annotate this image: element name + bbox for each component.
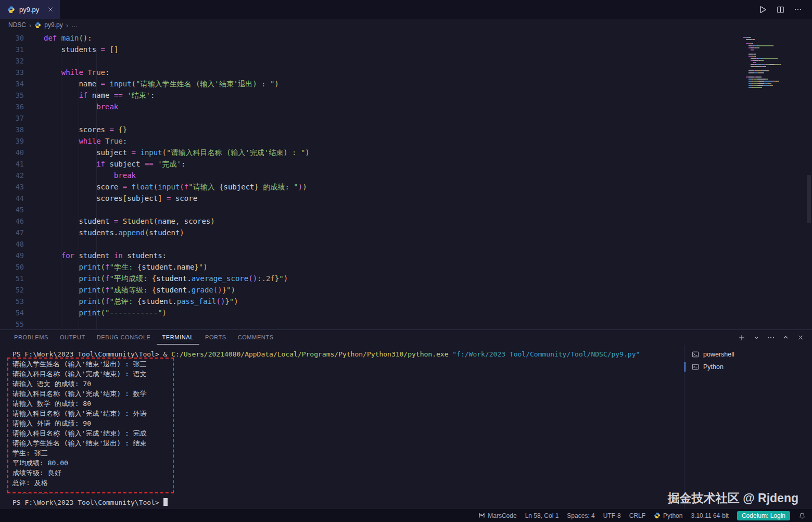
editor-scrollbar[interactable] <box>806 31 812 329</box>
code-line-37[interactable]: 37 <box>0 112 812 124</box>
cursor-position-status[interactable]: Ln 58, Col 1 <box>525 512 559 519</box>
indentation-status[interactable]: Spaces: 4 <box>567 512 594 519</box>
code-line-35[interactable]: 35 if name == '结束': <box>0 90 812 101</box>
line-number[interactable]: 43 <box>0 181 24 193</box>
status-bar: MarsCodeLn 58, Col 1Spaces: 4UTF-8CRLFPy… <box>0 509 812 522</box>
terminal-line: 请输入 语文 的成绩: 70 <box>12 379 684 389</box>
line-number[interactable]: 39 <box>0 135 24 147</box>
breadcrumb-item-folder[interactable]: NDSC <box>8 21 26 29</box>
line-number[interactable]: 48 <box>0 238 24 250</box>
line-number[interactable]: 51 <box>0 273 24 284</box>
line-number[interactable]: 54 <box>0 307 24 319</box>
watermark: 掘金技术社区 @ Rjdeng <box>668 490 798 506</box>
code-line-54[interactable]: 54 print("-----------") <box>0 307 812 319</box>
line-number[interactable]: 36 <box>0 101 24 112</box>
line-number[interactable]: 52 <box>0 284 24 296</box>
notifications-status[interactable] <box>798 512 806 519</box>
terminal-line: 请输入 外语 的成绩: 90 <box>12 418 684 428</box>
code-line-34[interactable]: 34 name = input("请输入学生姓名 (输入'结束'退出) : ") <box>0 78 812 90</box>
line-number[interactable]: 50 <box>0 261 24 273</box>
split-editor-button[interactable] <box>773 3 787 16</box>
new-terminal-button[interactable] <box>735 332 748 344</box>
code-line-43[interactable]: 43 score = float(input(f"请输入 {subject} 的… <box>0 181 812 193</box>
scrollbar-thumb[interactable] <box>807 175 811 223</box>
tab-title: py9.py <box>19 6 39 14</box>
panel-tab-debug-console[interactable]: DEBUG CONSOLE <box>91 330 157 345</box>
code-line-55[interactable]: 55 <box>0 319 812 329</box>
line-number[interactable]: 47 <box>0 227 24 238</box>
python-icon <box>34 22 41 29</box>
language-mode-status[interactable]: Python <box>654 512 682 519</box>
code-line-51[interactable]: 51 print(f"平均成绩: {student.average_score(… <box>0 273 812 284</box>
breadcrumb-item-more[interactable]: … <box>71 21 78 29</box>
line-number[interactable]: 40 <box>0 147 24 158</box>
line-number[interactable]: 31 <box>0 44 24 55</box>
code-line-32[interactable]: 32 <box>0 55 812 67</box>
run-button[interactable] <box>756 3 769 16</box>
code-line-46[interactable]: 46 student = Student(name, scores) <box>0 215 812 227</box>
line-number[interactable]: 44 <box>0 193 24 204</box>
maximize-panel-button[interactable] <box>779 332 792 344</box>
code-editor[interactable]: 30def main():31 students = []3233 while … <box>0 31 812 329</box>
terminal-list-item-python[interactable]: Python <box>684 361 812 373</box>
minimap[interactable] <box>743 35 802 90</box>
line-number[interactable]: 33 <box>0 67 24 78</box>
bell-icon <box>798 512 806 519</box>
panel-tab-problems[interactable]: PROBLEMS <box>8 330 54 345</box>
code-line-31[interactable]: 31 students = [] <box>0 44 812 55</box>
code-line-42[interactable]: 42 break <box>0 170 812 181</box>
code-line-41[interactable]: 41 if subject == '完成': <box>0 158 812 170</box>
code-line-52[interactable]: 52 print(f"成绩等级: {student.grade()}") <box>0 284 812 296</box>
terminal-icon <box>692 351 699 358</box>
terminal-line: 请输入科目名称 (输入'完成'结束) : 数学 <box>12 389 684 399</box>
line-number[interactable]: 38 <box>0 124 24 135</box>
code-line-48[interactable]: 48 <box>0 238 812 250</box>
panel-tab-comments[interactable]: COMMENTS <box>232 330 280 345</box>
panel-more-actions[interactable] <box>764 332 778 344</box>
encoding-status[interactable]: UTF-8 <box>603 512 621 519</box>
code-line-39[interactable]: 39 while True: <box>0 135 812 147</box>
terminal-launch-dropdown[interactable] <box>750 332 763 344</box>
code-line-47[interactable]: 47 students.append(student) <box>0 227 812 238</box>
line-number[interactable]: 41 <box>0 158 24 170</box>
panel-tab-ports[interactable]: PORTS <box>199 330 232 345</box>
code-line-49[interactable]: 49 for student in students: <box>0 250 812 261</box>
tab-py9py[interactable]: py9.py <box>0 0 60 19</box>
terminal[interactable]: PS F:\Work\2023 Tool\Community\Tool> & C… <box>0 345 684 509</box>
python-icon <box>7 6 15 14</box>
line-number[interactable]: 34 <box>0 78 24 90</box>
terminal-line: 请输入 数学 的成绩: 80 <box>12 399 684 409</box>
code-line-53[interactable]: 53 print(f"总评: {student.pass_fail()}") <box>0 296 812 307</box>
code-line-38[interactable]: 38 scores = {} <box>0 124 812 135</box>
codeium-login-status[interactable]: Codeium: Login <box>737 511 790 520</box>
marscode-status[interactable]: MarsCode <box>478 512 516 519</box>
line-number[interactable]: 35 <box>0 90 24 101</box>
terminal-line: 请输入科目名称 (输入'完成'结束) : 完成 <box>12 428 684 438</box>
breadcrumb-item-file[interactable]: py9.py <box>44 21 62 29</box>
terminal-list-item-powershell[interactable]: powershell <box>684 348 812 361</box>
line-number[interactable]: 46 <box>0 215 24 227</box>
code-line-45[interactable]: 45 <box>0 204 812 215</box>
editor-actions <box>756 0 812 19</box>
line-number[interactable]: 37 <box>0 112 24 124</box>
line-number[interactable]: 55 <box>0 319 24 329</box>
line-number[interactable]: 49 <box>0 250 24 261</box>
code-line-33[interactable]: 33 while True: <box>0 67 812 78</box>
code-line-30[interactable]: 30def main(): <box>0 32 812 44</box>
code-line-50[interactable]: 50 print(f"学生: {student.name}") <box>0 261 812 273</box>
panel-tab-output[interactable]: OUTPUT <box>54 330 91 345</box>
panel-tab-terminal[interactable]: TERMINAL <box>157 330 199 345</box>
line-number[interactable]: 32 <box>0 55 24 67</box>
interpreter-status[interactable]: 3.10.11 64-bit <box>691 512 729 519</box>
line-number[interactable]: 53 <box>0 296 24 307</box>
code-line-40[interactable]: 40 subject = input("请输入科目名称 (输入'完成'结束) :… <box>0 147 812 158</box>
code-line-44[interactable]: 44 scores[subject] = score <box>0 193 812 204</box>
line-number[interactable]: 30 <box>0 32 24 44</box>
editor-more-actions[interactable] <box>791 3 805 16</box>
tab-close-icon[interactable] <box>47 6 54 12</box>
close-panel-button[interactable] <box>793 332 807 344</box>
line-number[interactable]: 42 <box>0 170 24 181</box>
code-line-36[interactable]: 36 break <box>0 101 812 112</box>
eol-status[interactable]: CRLF <box>629 512 645 519</box>
line-number[interactable]: 45 <box>0 204 24 215</box>
